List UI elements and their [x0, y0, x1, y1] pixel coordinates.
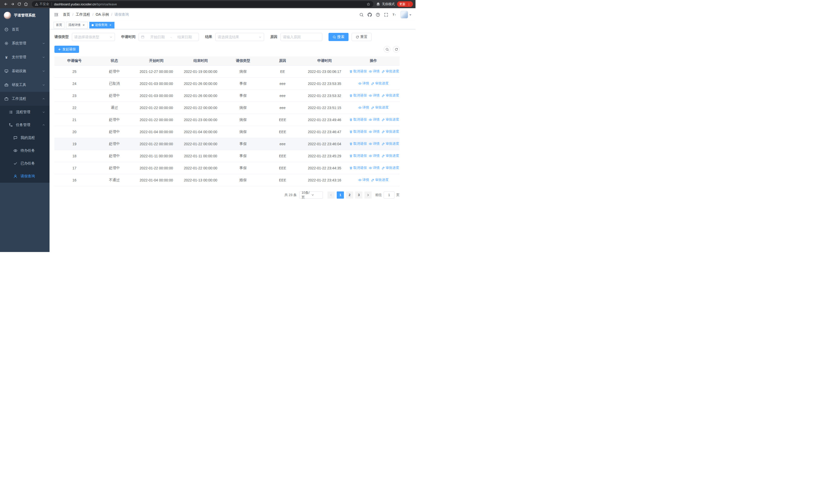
pagination-prev-button[interactable]	[327, 191, 335, 199]
toggle-search-button[interactable]	[384, 46, 390, 53]
header-search-button[interactable]	[359, 12, 364, 17]
yen-icon: ¥	[4, 55, 8, 60]
cell-reason: EEE	[263, 150, 302, 162]
result-select[interactable]	[215, 33, 264, 41]
sidebar-item-workflow[interactable]: 工作流程	[0, 92, 50, 106]
browser-forward-button[interactable]	[9, 1, 16, 7]
detail-link[interactable]: 详情	[369, 153, 379, 158]
browser-update-button[interactable]: 更新 ⋮	[397, 1, 413, 7]
cancel-leave-link[interactable]: 取消请假	[349, 69, 367, 73]
check-icon	[13, 161, 18, 166]
detail-link[interactable]: 详情	[369, 93, 379, 98]
pagination-page-3[interactable]: 3	[355, 191, 362, 199]
sidebar-item-home[interactable]: 首页	[0, 23, 50, 36]
approval-progress-link[interactable]: 审批进度	[382, 166, 399, 170]
user-menu[interactable]	[400, 11, 411, 19]
browser-home-button[interactable]	[23, 1, 29, 7]
table-row[interactable]: 25处理中2021-12-27 00:00:002022-01-19 00:00…	[54, 65, 400, 78]
github-link[interactable]	[368, 12, 372, 17]
apply-time-range-picker[interactable]: -	[139, 33, 199, 41]
approval-progress-link[interactable]: 审批进度	[382, 117, 399, 122]
cancel-leave-link[interactable]: 取消请假	[349, 117, 367, 122]
sidebar-item-my-process[interactable]: 我的流程	[0, 131, 50, 144]
table-row[interactable]: 20处理中2022-01-04 00:00:002022-01-04 00:00…	[54, 126, 400, 138]
tab-leave-query[interactable]: 请假查询×	[89, 22, 114, 28]
table-row[interactable]: 17处理中2022-01-22 00:00:002022-01-22 00:00…	[54, 162, 400, 174]
detail-link[interactable]: 详情	[369, 141, 379, 146]
sidebar-item-done-tasks[interactable]: 已办任务	[0, 157, 50, 170]
sidebar-item-todo-tasks[interactable]: 待办任务	[0, 144, 50, 157]
tab-process-detail[interactable]: 流程详情×	[66, 22, 88, 28]
sidebar-item-task-mgmt[interactable]: 任务管理	[0, 119, 50, 131]
reset-button[interactable]: 重置	[352, 33, 372, 41]
end-date-input[interactable]	[173, 35, 197, 39]
detail-link[interactable]: 详情	[358, 178, 369, 182]
table-row[interactable]: 19处理中2022-01-22 00:00:002022-01-22 00:00…	[54, 138, 400, 150]
pagination-next-button[interactable]	[365, 191, 372, 199]
search-button[interactable]: 搜索	[328, 33, 348, 41]
table-row[interactable]: 16不通过2022-01-04 00:00:002022-01-13 00:00…	[54, 174, 400, 186]
cancel-leave-link[interactable]: 取消请假	[349, 141, 367, 146]
approval-progress-link[interactable]: 审批进度	[382, 129, 399, 134]
sidebar-item-infra[interactable]: 基础设施	[0, 64, 50, 78]
leave-type-select[interactable]	[72, 33, 115, 41]
detail-link[interactable]: 详情	[369, 166, 379, 170]
table-row[interactable]: 24已取消2022-01-03 00:00:002022-01-26 00:00…	[54, 78, 400, 90]
help-button[interactable]	[376, 12, 380, 17]
sidebar-item-devtools[interactable]: 研发工具	[0, 78, 50, 92]
result-input[interactable]	[218, 35, 258, 39]
sidebar-toggle-button[interactable]	[54, 12, 59, 17]
sidebar-item-leave-query[interactable]: 请假查询	[0, 170, 50, 183]
breadcrumb-workflow[interactable]: 工作流程	[76, 12, 90, 17]
bookmark-star-icon[interactable]	[367, 2, 370, 6]
leave-type-input[interactable]	[74, 35, 109, 39]
detail-link[interactable]: 详情	[358, 81, 369, 86]
sidebar-item-process-mgmt[interactable]: 流程管理	[0, 106, 50, 119]
detail-link[interactable]: 详情	[369, 129, 379, 134]
detail-link[interactable]: 详情	[358, 105, 369, 110]
font-size-button[interactable]: TT	[392, 12, 397, 17]
detail-link[interactable]: 详情	[369, 69, 379, 73]
approval-progress-link[interactable]: 审批进度	[371, 105, 389, 110]
browser-reload-button[interactable]	[16, 1, 23, 7]
sidebar-item-payment[interactable]: ¥支付管理	[0, 50, 50, 64]
pagination-page-1[interactable]: 1	[337, 191, 344, 199]
approval-progress-link[interactable]: 审批进度	[371, 178, 389, 182]
browser-menu-icon[interactable]: ⋮	[407, 2, 411, 6]
create-leave-button[interactable]: 发起请假	[54, 46, 79, 53]
approval-progress-link[interactable]: 审批进度	[371, 81, 389, 86]
close-icon[interactable]: ×	[109, 23, 112, 27]
forward-icon	[10, 2, 15, 6]
start-date-input[interactable]	[145, 35, 169, 39]
refresh-table-button[interactable]	[393, 46, 400, 53]
browser-back-button[interactable]	[3, 1, 9, 7]
sidebar-item-label: 流程管理	[16, 110, 39, 114]
table-row[interactable]: 22通过2022-01-22 00:00:002022-01-22 00:00:…	[54, 101, 400, 114]
address-bar[interactable]: 不安全 dashboard.yudao.iocoder.cn/bpm/oa/le…	[32, 1, 373, 7]
goto-page-input[interactable]	[384, 191, 395, 199]
cancel-leave-link[interactable]: 取消请假	[349, 166, 367, 170]
breadcrumb-home[interactable]: 首页	[63, 12, 70, 17]
fullscreen-button[interactable]	[384, 12, 388, 17]
approval-progress-link[interactable]: 审批进度	[382, 69, 399, 73]
reason-field[interactable]	[281, 33, 322, 41]
table-row[interactable]: 21处理中2022-01-22 00:00:002022-01-23 00:00…	[54, 114, 400, 126]
table-row[interactable]: 23处理中2022-01-03 00:00:002022-01-26 00:00…	[54, 90, 400, 101]
approval-progress-link[interactable]: 审批进度	[382, 93, 399, 98]
app-logo[interactable]: 芋道管理系统	[0, 8, 50, 23]
approval-progress-link[interactable]: 审批进度	[382, 141, 399, 146]
breadcrumb-oa-example[interactable]: OA 示例	[96, 12, 109, 17]
detail-link[interactable]: 详情	[369, 117, 379, 122]
cancel-leave-link[interactable]: 取消请假	[349, 93, 367, 98]
security-chip[interactable]: 不安全	[35, 2, 49, 6]
tab-home[interactable]: 首页	[54, 22, 64, 28]
approval-progress-link[interactable]: 审批进度	[382, 153, 399, 158]
pagination-page-2[interactable]: 2	[346, 191, 353, 199]
cancel-leave-link[interactable]: 取消请假	[349, 129, 367, 134]
close-icon[interactable]: ×	[82, 23, 85, 27]
page-size-select[interactable]: 10条/页	[299, 191, 323, 199]
sidebar-item-system[interactable]: 系统管理	[0, 36, 50, 50]
table-row[interactable]: 18处理中2022-01-11 00:00:002022-01-11 00:00…	[54, 150, 400, 162]
reason-input[interactable]	[283, 35, 320, 39]
cancel-leave-link[interactable]: 取消请假	[349, 153, 367, 158]
